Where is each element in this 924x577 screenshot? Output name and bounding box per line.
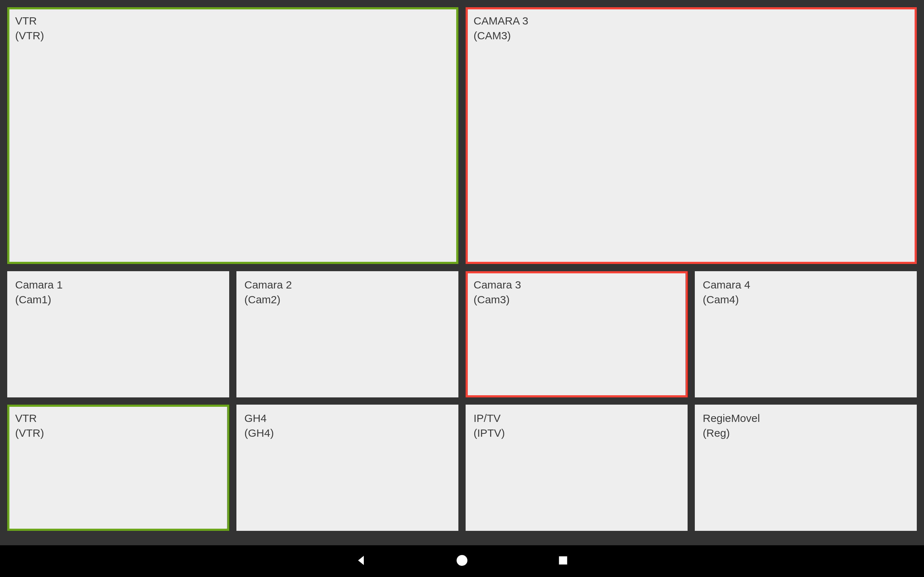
panel-subtitle: (VTR)	[15, 29, 451, 43]
android-navbar	[0, 545, 924, 577]
source-panel-regiemovel[interactable]: RegieMovel (Reg)	[695, 405, 917, 531]
panel-title: GH4	[244, 411, 451, 426]
back-icon	[354, 554, 368, 569]
source-panel-cam1[interactable]: Camara 1 (Cam1)	[7, 271, 229, 397]
panel-subtitle: (Reg)	[703, 426, 909, 441]
panel-subtitle: (Cam1)	[15, 292, 221, 307]
panel-title: Camara 3	[473, 278, 680, 292]
source-panel-cam2[interactable]: Camara 2 (Cam2)	[236, 271, 459, 397]
home-icon	[455, 553, 469, 569]
source-row-1: Camara 1 (Cam1) Camara 2 (Cam2) Camara 3…	[7, 271, 917, 397]
panel-subtitle: (IPTV)	[473, 426, 680, 441]
nav-recent-button[interactable]	[554, 552, 572, 570]
source-row-2: VTR (VTR) GH4 (GH4) IP/TV (IPTV) RegieMo…	[7, 405, 917, 531]
panel-subtitle: (VTR)	[15, 426, 221, 441]
panel-title: VTR	[15, 14, 451, 29]
source-panel-iptv[interactable]: IP/TV (IPTV)	[465, 405, 688, 531]
panel-subtitle: (Cam2)	[244, 292, 451, 307]
source-panel-gh4[interactable]: GH4 (GH4)	[236, 405, 459, 531]
source-panel-cam4[interactable]: Camara 4 (Cam4)	[695, 271, 917, 397]
panel-title: VTR	[15, 411, 221, 426]
nav-home-button[interactable]	[453, 552, 471, 570]
source-panel-vtr[interactable]: VTR (VTR)	[7, 405, 229, 531]
panel-title: CAMARA 3	[473, 14, 909, 29]
svg-point-0	[457, 555, 467, 566]
panel-title: Camara 1	[15, 278, 221, 292]
multiview-content: VTR (VTR) CAMARA 3 (CAM3) Camara 1 (Cam1…	[0, 0, 924, 545]
panel-title: RegieMovel	[703, 411, 909, 426]
panel-title: Camara 2	[244, 278, 451, 292]
panel-subtitle: (GH4)	[244, 426, 451, 441]
preview-program-panel[interactable]: VTR (VTR)	[7, 7, 459, 264]
nav-back-button[interactable]	[352, 552, 370, 570]
panel-title: Camara 4	[703, 278, 909, 292]
preview-row: VTR (VTR) CAMARA 3 (CAM3)	[7, 7, 917, 264]
recent-icon	[557, 554, 569, 568]
panel-subtitle: (Cam4)	[703, 292, 909, 307]
panel-subtitle: (CAM3)	[473, 29, 909, 43]
panel-title: IP/TV	[473, 411, 680, 426]
panel-subtitle: (Cam3)	[473, 292, 680, 307]
preview-live-panel[interactable]: CAMARA 3 (CAM3)	[465, 7, 917, 264]
svg-rect-1	[559, 556, 567, 565]
source-panel-cam3[interactable]: Camara 3 (Cam3)	[465, 271, 688, 397]
